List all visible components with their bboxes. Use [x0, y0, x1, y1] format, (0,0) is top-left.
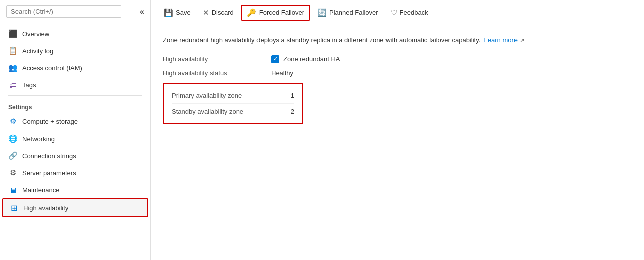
activity-log-icon: 📋: [8, 46, 17, 55]
ha-label: High availability: [163, 55, 263, 63]
sidebar-search-container: «: [0, 0, 150, 23]
sidebar-item-label: Compute + storage: [22, 118, 78, 125]
high-availability-icon: ⊞: [9, 203, 18, 212]
search-input[interactable]: [6, 5, 121, 18]
networking-icon: 🌐: [8, 134, 17, 143]
sidebar-item-label: Connection strings: [22, 152, 76, 160]
learn-more-link[interactable]: Learn more: [484, 36, 518, 44]
ha-status-field-row: High availability status Healthy: [163, 69, 632, 77]
sidebar: « ⬛ Overview 📋 Activity log 👥 Access con…: [0, 0, 151, 260]
save-button[interactable]: 💾 Save: [159, 6, 196, 20]
sidebar-item-networking[interactable]: 🌐 Networking: [0, 130, 150, 147]
discard-button[interactable]: ✕ Discard: [198, 6, 239, 20]
overview-icon: ⬛: [8, 29, 17, 38]
content-panel: Zone redundant high availability deploys…: [151, 25, 644, 260]
settings-divider: [8, 95, 142, 96]
ha-value: Zone redundant HA: [283, 55, 340, 63]
standby-zone-label: Standby availability zone: [172, 108, 243, 115]
sidebar-item-label: Access control (IAM): [22, 64, 82, 72]
standby-zone-row: Standby availability zone 2: [172, 104, 294, 119]
tags-icon: 🏷: [8, 80, 17, 89]
server-parameters-icon: ⚙: [8, 168, 17, 177]
toolbar: 💾 Save ✕ Discard 🔑 Forced Failover 🔄 Pla…: [151, 0, 644, 25]
save-label: Save: [176, 9, 191, 16]
primary-zone-value: 1: [291, 92, 294, 99]
external-link-icon: ↗: [520, 37, 524, 43]
high-availability-field-row: High availability ✓ Zone redundant HA: [163, 55, 632, 63]
sidebar-item-server-parameters[interactable]: ⚙ Server parameters: [0, 164, 150, 181]
sidebar-item-label: High availability: [23, 204, 68, 212]
standby-zone-value: 2: [291, 108, 294, 115]
forced-failover-label: Forced Failover: [259, 9, 304, 16]
ha-status-label: High availability status: [163, 69, 263, 77]
feedback-label: Feedback: [400, 9, 428, 16]
sidebar-item-connection-strings[interactable]: 🔗 Connection strings: [0, 147, 150, 164]
compute-storage-icon: ⚙: [8, 117, 17, 126]
maintenance-icon: 🖥: [8, 185, 17, 194]
forced-failover-button[interactable]: 🔑 Forced Failover: [241, 5, 310, 21]
feedback-button[interactable]: ♡ Feedback: [385, 6, 433, 20]
sidebar-item-label: Networking: [22, 135, 55, 143]
forced-failover-icon: 🔑: [247, 8, 256, 17]
sidebar-item-compute-storage[interactable]: ⚙ Compute + storage: [0, 113, 150, 130]
sidebar-item-maintenance[interactable]: 🖥 Maintenance: [0, 181, 150, 198]
sidebar-item-high-availability[interactable]: ⊞ High availability: [2, 198, 148, 217]
sidebar-item-tags[interactable]: 🏷 Tags: [0, 76, 150, 93]
primary-zone-row: Primary availability zone 1: [172, 88, 294, 104]
settings-section-label: Settings: [0, 98, 150, 113]
collapse-button[interactable]: «: [140, 7, 144, 16]
sidebar-item-label: Tags: [22, 81, 36, 89]
main-content-area: 💾 Save ✕ Discard 🔑 Forced Failover 🔄 Pla…: [151, 0, 644, 260]
sidebar-item-access-control[interactable]: 👥 Access control (IAM): [0, 59, 150, 76]
sidebar-item-overview[interactable]: ⬛ Overview: [0, 25, 150, 42]
save-icon: 💾: [164, 8, 173, 17]
sidebar-item-label: Activity log: [22, 47, 53, 55]
sidebar-item-label: Overview: [22, 30, 49, 38]
planned-failover-label: Planned Failover: [329, 9, 378, 16]
sidebar-item-label: Maintenance: [22, 186, 59, 194]
connection-strings-icon: 🔗: [8, 151, 17, 160]
ha-status-value-container: Healthy: [271, 69, 293, 77]
ha-status-value: Healthy: [271, 69, 293, 77]
sidebar-nav: ⬛ Overview 📋 Activity log 👥 Access contr…: [0, 23, 150, 260]
discard-label: Discard: [212, 9, 234, 16]
ha-checkbox[interactable]: ✓: [271, 55, 279, 63]
access-control-icon: 👥: [8, 63, 17, 72]
planned-failover-button[interactable]: 🔄 Planned Failover: [312, 6, 383, 20]
planned-failover-icon: 🔄: [317, 8, 327, 17]
sidebar-item-label: Server parameters: [22, 169, 76, 177]
feedback-icon: ♡: [391, 8, 397, 17]
primary-zone-label: Primary availability zone: [172, 92, 242, 99]
zone-availability-box: Primary availability zone 1 Standby avai…: [163, 83, 303, 124]
discard-icon: ✕: [203, 8, 209, 17]
ha-value-container: ✓ Zone redundant HA: [271, 55, 340, 63]
sidebar-item-activity-log[interactable]: 📋 Activity log: [0, 42, 150, 59]
description-text: Zone redundant high availability deploys…: [163, 35, 632, 45]
